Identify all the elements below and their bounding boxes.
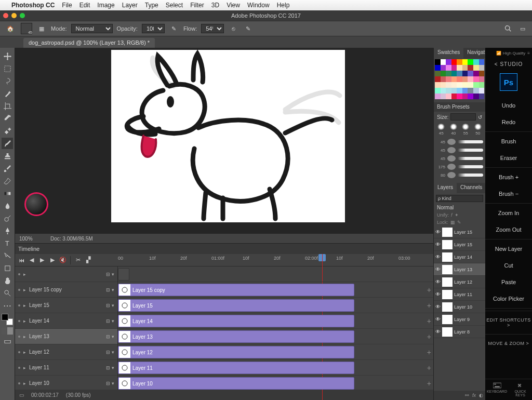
swatch[interactable] <box>457 82 462 88</box>
swatch[interactable] <box>451 94 457 99</box>
swatch[interactable] <box>451 59 457 65</box>
swatch[interactable] <box>462 94 468 99</box>
link-icon[interactable]: ⚯ <box>465 393 469 398</box>
visibility-icon[interactable]: 👁 <box>435 242 441 247</box>
swatch[interactable] <box>446 76 451 82</box>
brush-preset-icon[interactable] <box>21 23 32 34</box>
size-slider[interactable] <box>450 113 476 121</box>
home-icon[interactable]: 🏠 <box>4 22 17 35</box>
swatch[interactable] <box>451 76 457 82</box>
timeline-clip[interactable] <box>118 268 129 281</box>
brush-stroke-preset[interactable]: 45 <box>436 138 483 145</box>
swatch[interactable] <box>479 82 485 88</box>
brush-stroke-preset[interactable]: 45 <box>436 146 483 154</box>
add-keyframe-icon[interactable]: + <box>427 301 431 310</box>
brush-tip[interactable]: 55 <box>460 124 471 136</box>
swatch[interactable] <box>457 76 462 82</box>
menu-help[interactable]: Help <box>277 2 290 9</box>
hand-tool-icon[interactable] <box>2 275 13 286</box>
brush-stroke-preset[interactable]: 175 <box>436 163 483 170</box>
layer-row[interactable]: 👁Layer 8 <box>434 326 485 338</box>
app-name[interactable]: Photoshop CC <box>11 2 55 9</box>
mode-select[interactable]: Normal <box>71 24 113 33</box>
document-tab[interactable]: dog_astropad.psd @ 100% (Layer 13, RGB/8… <box>23 38 155 48</box>
playhead[interactable] <box>318 254 326 261</box>
swatch[interactable] <box>462 88 468 94</box>
swatch[interactable] <box>468 82 473 88</box>
timeline-clip[interactable]: Layer 13 <box>118 330 354 343</box>
canvas-area[interactable] <box>15 48 433 234</box>
type-tool-icon[interactable]: T <box>2 237 13 249</box>
healing-tool-icon[interactable] <box>2 125 13 137</box>
pressure-opacity-icon[interactable]: ✎ <box>169 23 179 34</box>
layer-row[interactable]: 👁Layer 13 <box>434 263 485 276</box>
timeline-layer-row[interactable]: ▸Layer 14⊟ ▾ <box>15 313 117 329</box>
swatch[interactable] <box>473 71 479 76</box>
zoom-tool-icon[interactable] <box>2 287 13 299</box>
search-icon[interactable] <box>503 23 513 34</box>
swatch[interactable] <box>473 65 479 71</box>
add-keyframe-icon[interactable]: + <box>427 317 431 325</box>
timeline-layer-row[interactable]: ▸Layer 15⊟ ▾ <box>15 298 117 313</box>
pressure-size-icon[interactable]: ✎ <box>243 23 253 34</box>
swatch[interactable] <box>457 65 462 71</box>
swatch[interactable] <box>479 76 485 82</box>
swatch[interactable] <box>457 88 462 94</box>
swatch[interactable] <box>473 88 479 94</box>
eyedropper-tool-icon[interactable] <box>2 113 13 124</box>
layer-row[interactable]: 👁Layer 15 <box>434 238 485 251</box>
split-icon[interactable]: ✂ <box>74 256 82 264</box>
brush-tip[interactable]: 50 <box>473 124 484 136</box>
timeline-layer-row[interactable]: ▸⊟ ▾ <box>15 266 117 282</box>
airbrush-icon[interactable]: ⎋ <box>228 23 238 34</box>
timeline-layer-row[interactable]: ▸Layer 13⊟ ▾ <box>15 329 117 344</box>
layer-row[interactable]: 👁Layer 10 <box>434 301 485 313</box>
move-zoom-button[interactable]: MOVE & ZOOM > <box>485 336 532 351</box>
channels-tab[interactable]: Channels <box>457 183 486 193</box>
swatch[interactable] <box>468 76 473 82</box>
fx-icon[interactable]: fx <box>472 393 476 398</box>
blur-tool-icon[interactable] <box>2 200 13 211</box>
astro-shortcut[interactable]: Brush − <box>485 185 532 202</box>
swatch[interactable] <box>462 59 468 65</box>
add-keyframe-icon[interactable]: + <box>427 286 431 294</box>
visibility-icon[interactable]: 👁 <box>435 291 441 297</box>
swatch[interactable] <box>479 65 485 71</box>
astro-shortcut[interactable]: New Layer <box>485 241 532 257</box>
swatch[interactable] <box>473 59 479 65</box>
add-keyframe-icon[interactable]: + <box>427 332 431 341</box>
frame-toggle-icon[interactable]: ▭ <box>19 392 24 398</box>
swatch[interactable] <box>468 71 473 76</box>
studio-label[interactable]: < STUDIO <box>485 58 532 71</box>
play-icon[interactable]: ▶ <box>38 256 46 264</box>
astro-shortcut[interactable]: Paste <box>485 274 532 290</box>
swatch[interactable] <box>462 65 468 71</box>
swatches-grid[interactable] <box>434 58 485 100</box>
menu-icon[interactable]: ≡ <box>527 51 530 56</box>
visibility-icon[interactable]: 👁 <box>435 279 441 285</box>
menu-view[interactable]: View <box>227 2 240 9</box>
lasso-tool-icon[interactable] <box>2 75 13 87</box>
minimize-button[interactable] <box>11 13 17 18</box>
crop-tool-icon[interactable] <box>2 100 13 112</box>
swatch[interactable] <box>446 82 451 88</box>
color-swatch[interactable] <box>2 314 13 325</box>
swatch[interactable] <box>435 71 441 76</box>
brush-presets-title[interactable]: Brush Presets <box>434 102 485 112</box>
swatch[interactable] <box>435 88 441 94</box>
visibility-icon[interactable]: 👁 <box>435 329 441 335</box>
add-keyframe-icon[interactable]: + <box>427 379 431 388</box>
shape-tool-icon[interactable] <box>2 262 13 274</box>
workspace-icon[interactable]: ▭ <box>517 23 528 34</box>
layer-row[interactable]: 👁Layer 15 <box>434 226 485 238</box>
menu-file[interactable]: File <box>62 2 72 9</box>
swatch[interactable] <box>446 65 451 71</box>
doc-size[interactable]: Doc: 3.00M/86.5M <box>50 236 93 242</box>
swatch[interactable] <box>479 59 485 65</box>
layer-filter[interactable]: ρ Kind <box>436 195 483 202</box>
brush-stroke-preset[interactable]: 45 <box>436 155 483 162</box>
dodge-tool-icon[interactable] <box>2 212 13 224</box>
eraser-tool-icon[interactable] <box>2 175 13 186</box>
visibility-icon[interactable]: 👁 <box>435 266 441 272</box>
astro-shortcut[interactable]: Redo <box>485 114 532 130</box>
